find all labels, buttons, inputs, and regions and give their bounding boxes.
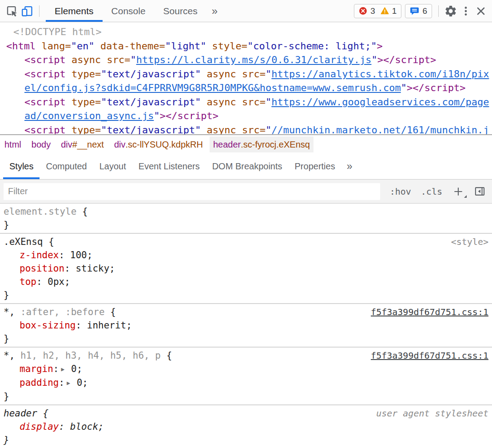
style-filter-input[interactable] <box>4 183 380 200</box>
css-property[interactable]: margin:▶ 0; <box>4 362 488 376</box>
css-property-value[interactable]: block; <box>64 421 104 432</box>
dom-token-tag: <script <box>24 124 66 135</box>
dom-token-tag: <html <box>6 40 36 52</box>
element-classes-toggle[interactable]: .cls <box>421 186 442 197</box>
expand-shorthand-icon[interactable]: ▶ <box>61 366 65 372</box>
device-toolbar-button[interactable] <box>20 4 35 19</box>
dom-token-tag: <script <box>24 54 66 65</box>
css-property[interactable]: position: sticky; <box>4 262 488 275</box>
selector-text: { <box>76 206 87 217</box>
tab-layout[interactable]: Layout <box>93 154 132 179</box>
selector-text: element.style <box>4 206 76 217</box>
tab-elements[interactable]: Elements <box>46 0 103 22</box>
css-property[interactable]: z-index: 100; <box>4 248 488 262</box>
computed-sidebar-toggle-button[interactable] <box>472 184 487 199</box>
css-property-name[interactable]: padding <box>20 377 59 388</box>
dom-token-val: " <box>371 54 377 65</box>
css-property-name[interactable]: top <box>20 276 36 287</box>
rule-selector[interactable]: header { <box>4 407 48 420</box>
dom-tree-row[interactable]: <script type="text/javascript" async src… <box>0 95 492 109</box>
dom-tree-row[interactable]: <script type="text/javascript" async src… <box>0 123 492 135</box>
more-sidebar-tabs-button[interactable]: » <box>341 154 358 179</box>
more-options-button[interactable] <box>458 4 473 19</box>
dom-tree-row[interactable]: ad/conversion_async.js"></script> <box>0 109 492 123</box>
selector-text: header { <box>4 408 48 419</box>
css-property[interactable]: display: block; <box>4 420 488 433</box>
dom-tree-row[interactable]: <!DOCTYPE html> <box>0 25 492 39</box>
tab-styles[interactable]: Styles <box>3 154 40 179</box>
dom-tree-row[interactable]: el/config.js?sdkid=C4FPRRVM9G8R5RJ0MPKG&… <box>0 81 492 95</box>
css-property-value[interactable]: 0px; <box>42 276 70 287</box>
dom-token-link: ad/conversion_async.js <box>24 110 154 121</box>
css-property-value[interactable]: 0; <box>71 377 88 388</box>
breadcrumb-tag: body <box>32 140 51 150</box>
selector-text: :after, :before <box>15 307 104 317</box>
error-icon <box>359 7 367 15</box>
selector-text: .eXEnsq { <box>4 236 54 247</box>
dom-token-attr: data-theme= <box>95 40 165 52</box>
css-property-name[interactable]: box-sizing <box>20 320 75 331</box>
breadcrumb-item-body[interactable]: body <box>28 136 54 152</box>
messages-counter[interactable]: 6 <box>405 4 432 18</box>
stylesheet-source-link[interactable]: f5f3a399df67d751.css:1 <box>371 305 488 319</box>
rule-close-brace: } <box>4 332 488 345</box>
selector-text: *, <box>4 307 15 317</box>
new-style-rule-button[interactable] <box>451 184 465 199</box>
tab-sources[interactable]: Sources <box>155 0 206 22</box>
pseudo-state-toggle[interactable]: :hov <box>390 186 411 197</box>
dom-tree-row[interactable]: <script async src="https://l.clarity.ms/… <box>0 53 492 67</box>
dropdown-corner-icon <box>464 195 467 198</box>
tab-dom-breakpoints[interactable]: DOM Breakpoints <box>206 154 289 179</box>
dom-token-val: "light" <box>165 40 206 52</box>
issues-counter[interactable]: 3 1 <box>354 4 401 18</box>
settings-button[interactable] <box>443 4 458 19</box>
dom-token-link: https://www.googleadservices.com/page <box>271 96 489 108</box>
plus-icon <box>452 186 464 197</box>
breadcrumb-suffix: #__next <box>72 140 104 150</box>
css-property[interactable]: padding:▶ 0; <box>4 376 488 390</box>
dom-token-val: " <box>266 124 271 135</box>
expand-shorthand-icon[interactable]: ▶ <box>67 380 70 386</box>
tab-computed[interactable]: Computed <box>40 154 93 179</box>
css-colon: : <box>75 320 81 331</box>
breadcrumb-item-div[interactable]: div.sc-llYSUQ.kdpkRH <box>111 136 206 152</box>
css-property[interactable]: top: 0px; <box>4 275 488 288</box>
css-property-name[interactable]: position <box>20 263 64 274</box>
dom-token-tag: > <box>377 40 383 52</box>
css-property[interactable]: box-sizing: inherit; <box>4 319 488 332</box>
tab-event-listeners[interactable]: Event Listeners <box>132 154 206 179</box>
rule-selector[interactable]: *, h1, h2, h3, h4, h5, h6, p { <box>4 349 172 362</box>
more-tabs-button[interactable]: » <box>206 0 223 22</box>
breadcrumb-item-html[interactable]: html <box>1 136 25 152</box>
tab-properties[interactable]: Properties <box>289 154 341 179</box>
dom-tree: <!DOCTYPE html><html lang="en" data-them… <box>0 22 492 134</box>
rule-selector[interactable]: .eXEnsq { <box>4 235 54 248</box>
dom-tree-row[interactable]: <script type="text/javascript" async src… <box>0 67 492 81</box>
tab-console[interactable]: Console <box>103 0 155 22</box>
css-colon: : <box>53 364 59 374</box>
css-property-name[interactable]: z-index <box>20 250 59 260</box>
dom-token-link: https://l.clarity.ms/s/0.6.31/clarity.js <box>136 54 372 65</box>
selector-text: *, <box>4 350 15 361</box>
inspect-element-button[interactable] <box>4 4 20 19</box>
css-property-value[interactable]: sticky; <box>70 263 115 274</box>
breadcrumb-item-div[interactable]: div#__next <box>57 136 107 152</box>
css-property-value[interactable]: inherit; <box>81 320 132 331</box>
css-property-value[interactable]: 100; <box>64 250 92 260</box>
rule-selector[interactable]: *, :after, :before { <box>4 305 116 319</box>
rule-header: element.style { <box>4 205 488 218</box>
dom-token-val: " <box>266 96 271 108</box>
rule-close-brace: } <box>4 433 488 447</box>
gear-icon <box>444 4 457 18</box>
css-property-value[interactable]: 0; <box>65 364 82 374</box>
stylesheet-source-link[interactable]: f5f3a399df67d751.css:1 <box>371 349 488 362</box>
dom-token-attr: lang= <box>36 40 71 52</box>
breadcrumb-item-header[interactable]: header.sc-fyrocj.eXEnsq <box>210 136 313 152</box>
close-devtools-button[interactable] <box>473 4 488 19</box>
rule-selector[interactable]: element.style { <box>4 205 88 218</box>
dom-token-tag: <script <box>24 96 66 108</box>
dom-tree-row[interactable]: <html lang="en" data-theme="light" style… <box>0 39 492 53</box>
breadcrumb-tag: html <box>4 140 21 150</box>
css-property-name[interactable]: display <box>20 421 59 432</box>
css-property-name[interactable]: margin <box>20 364 53 374</box>
